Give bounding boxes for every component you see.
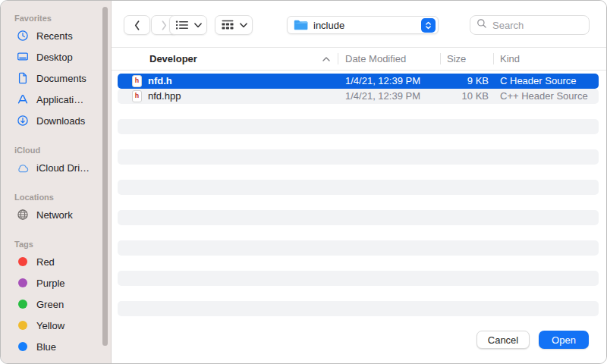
open-button[interactable]: Open	[539, 331, 589, 349]
file-open-dialog: FavoritesRecentsDesktopDocumentsApplicat…	[0, 0, 607, 364]
empty-row	[118, 240, 599, 256]
empty-row	[118, 286, 599, 301]
column-header-size[interactable]: Size	[440, 48, 493, 70]
file-row-nfd-h[interactable]: hnfd.h1/4/21, 12:39 PM9 KBC Header Sourc…	[118, 74, 599, 89]
column-header-label: Date Modified	[345, 53, 406, 64]
sort-ascending-icon	[322, 57, 330, 61]
back-button[interactable]	[124, 15, 150, 35]
globe-icon	[16, 209, 30, 221]
toolbar: include	[112, 1, 606, 48]
empty-row	[118, 104, 599, 119]
column-header-date-modified[interactable]: Date Modified	[338, 48, 440, 70]
h-file-icon: h	[132, 90, 142, 102]
tag-dot-icon	[16, 278, 30, 287]
file-kind-cell: C Header Source	[489, 74, 599, 89]
file-name-cell: hnfd.hpp	[118, 89, 345, 104]
sidebar-item-label: Applicati…	[36, 94, 83, 105]
appstore-icon	[16, 93, 30, 105]
sidebar-item-label: All Tags	[36, 362, 71, 364]
search-field[interactable]	[470, 15, 590, 35]
search-icon	[476, 18, 487, 32]
sidebar-item-label: Yellow	[36, 320, 64, 331]
sidebar-section-title: iCloud	[1, 143, 111, 157]
list-header: DeveloperDate ModifiedSizeKind	[112, 48, 606, 71]
sidebar-item-label: Desktop	[36, 52, 73, 63]
sidebar-item-green[interactable]: Green	[1, 293, 111, 315]
file-kind-cell: C++ Header Source	[489, 89, 599, 104]
file-name-cell: hnfd.h	[118, 74, 345, 89]
sidebar-section-title: Favorites	[1, 11, 111, 25]
sidebar-item-yellow[interactable]: Yellow	[1, 315, 111, 336]
sidebar-item-label: Network	[36, 209, 73, 221]
file-row-nfd-hpp[interactable]: hnfd.hpp1/4/21, 12:39 PM10 KBC++ Header …	[118, 89, 599, 104]
desktop-icon	[16, 51, 30, 63]
document-icon	[16, 72, 30, 84]
footer: Cancel Open	[112, 316, 606, 363]
column-header-kind[interactable]: Kind	[493, 48, 606, 70]
empty-row	[118, 301, 599, 316]
sidebar-item-downloads[interactable]: Downloads	[1, 110, 111, 131]
sidebar-item-label: Blue	[36, 341, 56, 353]
sidebar-section-tags: TagsRedPurpleGreenYellowBlueAll Tags	[1, 237, 111, 363]
column-header-label: Developer	[149, 53, 197, 64]
list-view-button[interactable]	[169, 15, 207, 35]
folder-dropdown-value: include	[313, 20, 421, 31]
sidebar-section-icloud: iCloudiCloud Dri…	[1, 143, 111, 178]
sidebar: FavoritesRecentsDesktopDocumentsApplicat…	[1, 1, 112, 363]
empty-row	[118, 180, 599, 195]
sidebar-item-documents[interactable]: Documents	[1, 67, 111, 89]
sidebar-item-label: Documents	[36, 73, 86, 84]
sidebar-item-label: iCloud Dri…	[36, 162, 90, 174]
search-input[interactable]	[491, 19, 583, 32]
empty-row	[118, 225, 599, 240]
sidebar-item-network[interactable]: Network	[1, 204, 111, 225]
file-name: nfd.h	[148, 74, 172, 89]
clock-icon	[16, 30, 30, 42]
folder-icon	[294, 20, 308, 30]
list-view-icon	[175, 20, 189, 30]
chevron-down-icon	[194, 23, 202, 28]
empty-row	[118, 165, 599, 180]
cancel-button[interactable]: Cancel	[476, 331, 530, 349]
tag-dot-icon	[16, 257, 30, 266]
sidebar-item-icloud-dri[interactable]: iCloud Dri…	[1, 157, 111, 178]
sidebar-item-label: Recents	[36, 30, 73, 42]
tag-dot-icon	[16, 321, 30, 330]
empty-row	[118, 119, 599, 134]
group-view-icon	[221, 20, 234, 30]
sidebar-sections: FavoritesRecentsDesktopDocumentsApplicat…	[1, 11, 111, 363]
chevron-down-icon	[240, 23, 247, 28]
sidebar-item-applicati[interactable]: Applicati…	[1, 89, 111, 110]
stepper-icon	[421, 18, 436, 33]
sidebar-item-desktop[interactable]: Desktop	[1, 46, 111, 67]
cloud-icon	[16, 163, 30, 173]
sidebar-section-title: Locations	[1, 190, 111, 204]
sidebar-item-recents[interactable]: Recents	[1, 25, 111, 46]
file-size-cell: 9 KB	[446, 74, 489, 89]
sidebar-item-label: Downloads	[36, 115, 85, 127]
file-size-cell: 10 KB	[446, 89, 489, 104]
sidebar-section-locations: LocationsNetwork	[1, 190, 111, 225]
empty-row	[118, 134, 599, 149]
empty-row	[118, 149, 599, 165]
sidebar-item-all-tags[interactable]: All Tags	[1, 357, 111, 363]
chevron-right-icon	[161, 20, 168, 31]
all-tags-icon	[16, 362, 30, 364]
column-header-developer[interactable]: Developer	[112, 48, 338, 70]
file-date-cell: 1/4/21, 12:39 PM	[345, 74, 446, 89]
sidebar-item-blue[interactable]: Blue	[1, 336, 111, 357]
folder-dropdown[interactable]: include	[287, 16, 439, 34]
download-circle-icon	[16, 115, 30, 127]
group-view-button[interactable]	[215, 15, 253, 35]
empty-row	[118, 256, 599, 271]
column-header-label: Kind	[500, 53, 520, 64]
sidebar-scrollbar[interactable]	[102, 7, 108, 346]
sidebar-item-label: Green	[36, 299, 64, 310]
chevron-left-icon	[134, 20, 140, 31]
sidebar-item-red[interactable]: Red	[1, 251, 111, 272]
sidebar-section-title: Tags	[1, 237, 111, 251]
tag-dot-icon	[16, 300, 30, 309]
sidebar-item-purple[interactable]: Purple	[1, 272, 111, 293]
empty-row	[118, 195, 599, 210]
file-date-cell: 1/4/21, 12:39 PM	[345, 89, 446, 104]
